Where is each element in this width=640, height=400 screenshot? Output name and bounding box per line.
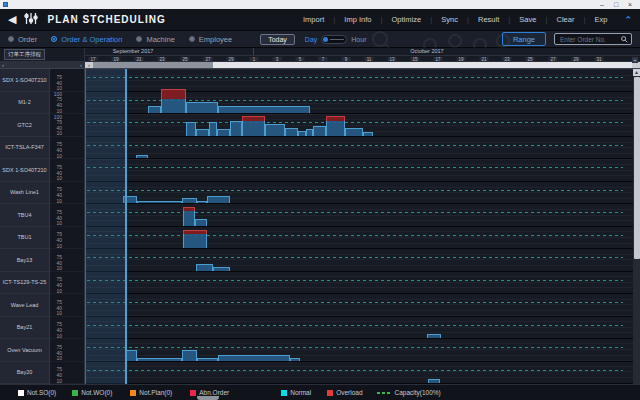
view-radio-machine[interactable]: Machine xyxy=(136,35,174,44)
task-bar[interactable] xyxy=(207,196,230,203)
machine-row-label[interactable]: SDX 1-SO40T210 xyxy=(0,159,50,182)
labels-h-scrollbar[interactable]: ‹ › xyxy=(0,62,85,68)
machine-row-label[interactable]: M1-2 xyxy=(0,92,50,115)
radio-icon xyxy=(189,36,195,42)
task-bar[interactable] xyxy=(209,122,217,136)
task-bar[interactable] xyxy=(213,267,230,270)
panel-handle[interactable] xyxy=(197,396,219,400)
h-scroll-thumb[interactable] xyxy=(93,62,213,68)
chart-h-scrollbar[interactable]: ‹ xyxy=(85,62,640,68)
task-bar[interactable] xyxy=(137,358,182,360)
menu-item-import[interactable]: Import xyxy=(294,15,333,24)
task-bar[interactable] xyxy=(136,155,148,158)
machine-row-label[interactable]: ICT-TSLA-F347 xyxy=(0,137,50,160)
task-bar[interactable] xyxy=(182,198,197,203)
menu-item-clear[interactable]: Clear xyxy=(548,15,584,24)
timeline-header: September 2017October 2017 + 17192123252… xyxy=(85,48,640,61)
machine-row-label[interactable]: Wave Lead xyxy=(0,294,50,317)
task-bar[interactable] xyxy=(137,201,182,203)
machine-row-label[interactable]: ICT-TS129-TS-25 xyxy=(0,272,50,295)
menu-item-optimize[interactable]: Optimize xyxy=(383,15,431,24)
task-bar[interactable] xyxy=(218,106,310,113)
search-icon[interactable] xyxy=(621,36,628,43)
schedule-plot-area[interactable]: ▲ xyxy=(85,69,640,384)
task-bar[interactable] xyxy=(265,124,285,135)
task-bar[interactable] xyxy=(290,358,300,360)
machine-row-label[interactable]: Oven Vacuum xyxy=(0,339,50,362)
machine-row-label[interactable]: Wash Line1 xyxy=(0,182,50,205)
order-search-input[interactable] xyxy=(558,35,621,44)
task-bar[interactable] xyxy=(326,116,345,136)
zoom-plus-icon[interactable]: + xyxy=(632,57,638,63)
menu-item-imp-info[interactable]: Imp Info xyxy=(335,15,380,24)
task-bar[interactable] xyxy=(196,264,213,271)
row-axis-ticks: 754010 xyxy=(50,362,84,385)
task-bar[interactable] xyxy=(345,128,363,136)
task-bar[interactable] xyxy=(217,129,230,136)
task-bar[interactable] xyxy=(125,350,137,360)
chart-v-scrollbar[interactable]: ▲ xyxy=(633,69,640,384)
machine-row-label[interactable]: Bay21 xyxy=(0,317,50,340)
task-bar[interactable] xyxy=(195,219,207,226)
legend-item: Not.Plan(0) xyxy=(130,389,172,396)
task-bar[interactable] xyxy=(186,122,196,136)
range-button[interactable]: Range xyxy=(502,32,546,46)
scroll-up-arrow[interactable]: ▲ xyxy=(633,69,640,76)
task-bar[interactable] xyxy=(230,121,242,136)
menu-item-exp[interactable]: Exp xyxy=(586,15,617,24)
radio-icon xyxy=(51,36,57,42)
task-bar[interactable] xyxy=(186,102,218,113)
task-bar[interactable] xyxy=(183,230,207,248)
task-bar[interactable] xyxy=(427,334,441,339)
machine-row-label[interactable]: TBU1 xyxy=(0,227,50,250)
today-button[interactable]: Today xyxy=(260,34,295,45)
machine-row-label[interactable]: SDX 1-SO40T210 xyxy=(0,69,50,92)
axis-tick-label: 75 xyxy=(56,345,62,350)
axis-tick-label: 75 xyxy=(56,120,62,125)
task-bar[interactable] xyxy=(363,132,373,135)
month-label: October 2017 xyxy=(410,48,443,54)
view-radio-employee[interactable]: Employee xyxy=(189,35,232,44)
task-bar[interactable] xyxy=(298,131,306,136)
task-bar[interactable] xyxy=(183,207,195,225)
task-bar[interactable] xyxy=(161,89,186,113)
task-bar[interactable] xyxy=(182,350,197,360)
menu-item-sync[interactable]: Sync xyxy=(432,15,467,24)
axis-tick-label: 10 xyxy=(56,311,62,316)
task-bar[interactable] xyxy=(313,126,326,135)
scroll-right-icon[interactable]: › xyxy=(80,62,82,68)
scroll-left-icon[interactable]: ‹ xyxy=(2,62,4,68)
menu-item-result[interactable]: Result xyxy=(469,15,508,24)
close-button[interactable]: × xyxy=(623,1,637,8)
view-radio-order[interactable]: Order xyxy=(8,35,37,44)
task-bar[interactable] xyxy=(218,355,290,361)
machine-row-label[interactable]: TBU4 xyxy=(0,204,50,227)
axis-tick-label: 10 xyxy=(56,244,62,249)
task-bar[interactable] xyxy=(306,129,313,136)
back-icon[interactable]: ◀ xyxy=(8,14,16,25)
task-bar[interactable] xyxy=(196,129,209,136)
task-bar[interactable] xyxy=(148,106,161,113)
machine-row-label[interactable]: Bay20 xyxy=(0,362,50,385)
task-bar[interactable] xyxy=(428,379,440,383)
menu-item-save[interactable]: Save xyxy=(510,15,545,24)
task-bar[interactable] xyxy=(242,116,265,136)
machine-row-label[interactable]: Bay13 xyxy=(0,249,50,272)
maximize-button[interactable]: □ xyxy=(609,1,623,8)
task-bar[interactable] xyxy=(197,201,207,203)
task-bar[interactable] xyxy=(197,358,218,360)
task-bar[interactable] xyxy=(285,128,298,136)
machine-row-label[interactable]: GTC2 xyxy=(0,114,50,137)
scroll-left-arrow[interactable]: ‹ xyxy=(85,62,93,68)
day-hour-toggle[interactable] xyxy=(321,35,347,44)
hour-label[interactable]: Hour xyxy=(351,36,366,43)
day-tick-label: 31 xyxy=(595,57,604,62)
minimize-button[interactable]: – xyxy=(595,1,609,8)
v-scroll-thumb[interactable] xyxy=(634,77,640,259)
view-radio-order-operation[interactable]: Order & Operation xyxy=(51,35,122,44)
collapse-toolbar-icon[interactable]: ⌃ xyxy=(616,15,632,25)
h-scroll-track[interactable] xyxy=(213,62,632,68)
task-bar[interactable] xyxy=(123,196,137,203)
month-row: September 2017October 2017 xyxy=(85,48,640,55)
day-label[interactable]: Day xyxy=(305,36,317,43)
